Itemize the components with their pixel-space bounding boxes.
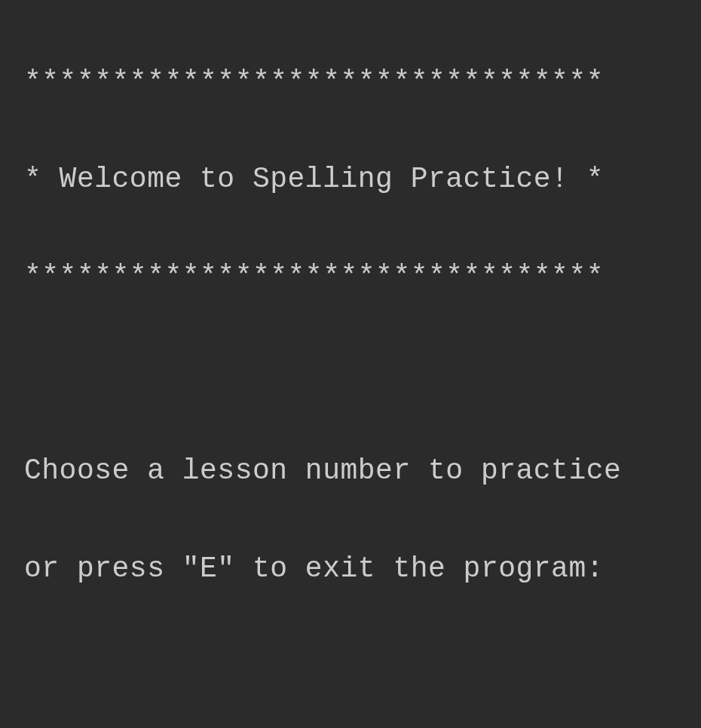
terminal-output[interactable]: ********************************* * Welc… xyxy=(24,9,677,728)
blank-line xyxy=(24,350,677,399)
banner-title: * Welcome to Spelling Practice! * xyxy=(24,155,677,204)
banner-border-bottom: ********************************* xyxy=(24,252,677,301)
blank-line xyxy=(24,642,677,691)
banner-border-top: ********************************* xyxy=(24,58,677,107)
prompt-line-2: or press "E" to exit the program: xyxy=(24,545,677,594)
prompt-line-1: Choose a lesson number to practice xyxy=(24,447,677,496)
